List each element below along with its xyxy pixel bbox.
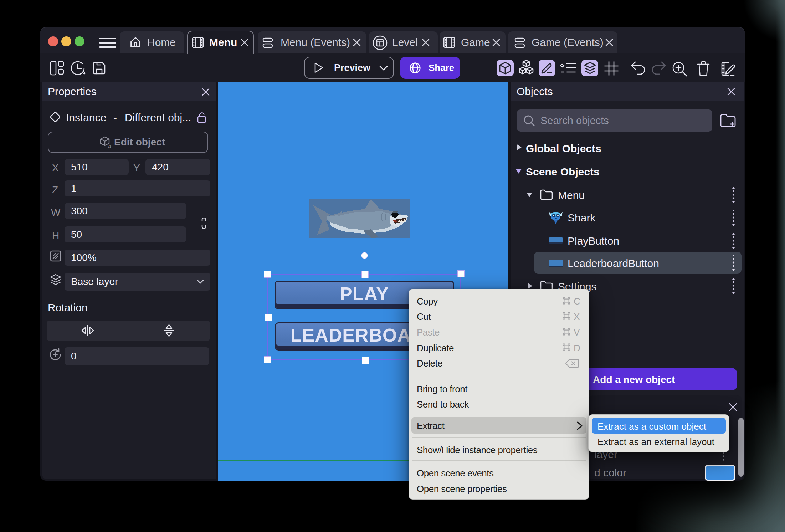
svg-text:2D: 2D (108, 144, 111, 148)
